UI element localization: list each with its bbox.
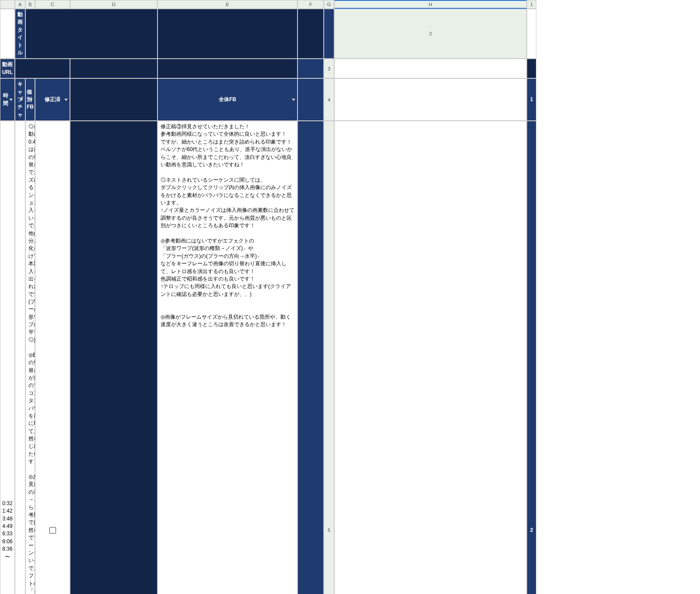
filter-icon[interactable] [20, 98, 23, 101]
cell-F3 [70, 78, 158, 121]
header-time[interactable]: 時間 [0, 78, 15, 121]
fixed-checkbox-1[interactable] [49, 527, 56, 534]
header-fixed[interactable]: 修正済 [35, 78, 70, 121]
header-individual-fb[interactable]: 個別FB [25, 78, 35, 121]
col-header-A[interactable]: A [15, 0, 25, 9]
row-header-2[interactable]: 2 [334, 9, 527, 59]
col-header-E[interactable]: E [158, 0, 298, 9]
overall-fb: 修正稿③拝見させていただきました！ 参考動画同様になっていて全体的に良いと思いま… [158, 121, 298, 594]
cell-H-body [298, 121, 324, 594]
row-header-1[interactable]: 1 [527, 0, 536, 9]
label-video-title: 動画タイトル [15, 9, 25, 59]
capture-1 [15, 121, 25, 594]
cell-F2 [70, 59, 158, 78]
filter-icon[interactable] [64, 98, 68, 101]
col-header-D[interactable]: D [70, 0, 158, 9]
cell-F1 [158, 9, 298, 59]
cell-title-value[interactable] [25, 9, 158, 59]
cell-G2 [158, 59, 298, 78]
col-header-C[interactable]: C [35, 0, 70, 9]
row-header-5[interactable]: 5 [324, 121, 334, 594]
individual-fb-1: ◎参考動画0:44では画面の切り替わりでノイズのあるトランジションが入っているの… [25, 121, 35, 594]
cell-A5 [334, 121, 527, 594]
col-header-H[interactable]: H [334, 0, 527, 9]
label-video-url: 動画URL [0, 59, 15, 78]
row-num-1: 1 [527, 78, 536, 121]
row-num-2: 2 [527, 121, 536, 594]
header-capture[interactable]: キャプチャ [15, 78, 25, 121]
cell-F4 [70, 121, 158, 594]
corner [0, 0, 15, 9]
filter-icon[interactable] [9, 98, 13, 101]
cell-H3 [298, 78, 324, 121]
time-1: 0:32 1:42 3:48 4:49 6:33 8:06 8:36 〜 [0, 121, 15, 594]
cell-A1 [0, 9, 15, 59]
cell-A2 [527, 9, 536, 59]
cell-G1 [298, 9, 324, 59]
row-header-4[interactable]: 4 [324, 78, 334, 121]
col-header-F[interactable]: F [298, 0, 324, 9]
header-overall-fb[interactable]: 全体FB [158, 78, 298, 121]
cell-A3 [334, 59, 527, 78]
col-header-G[interactable]: G [324, 0, 334, 9]
filter-icon[interactable] [292, 98, 295, 101]
cell-A4 [334, 78, 527, 121]
cell-url-value[interactable] [15, 59, 70, 78]
cell-H2 [298, 59, 324, 78]
row-header-3[interactable]: 3 [324, 59, 334, 78]
cell-B3 [527, 59, 536, 78]
filter-icon[interactable] [29, 98, 33, 101]
fixed-checkbox-cell-1 [35, 121, 70, 594]
cell-H1 [324, 9, 334, 59]
col-header-B[interactable]: B [25, 0, 35, 9]
